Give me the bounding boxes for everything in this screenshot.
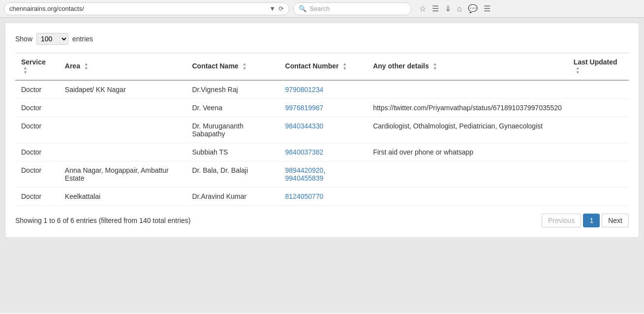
table-row: DoctorAnna Nagar, Mogappair, Ambattur Es…: [15, 161, 629, 188]
url-text: chennairains.org/contacts/: [9, 5, 267, 12]
sort-arrows-service: ▲▼: [23, 66, 28, 75]
cell-area: Keelkattalai: [59, 188, 186, 206]
url-bar[interactable]: chennairains.org/contacts/ ▼ ⟳: [4, 2, 289, 15]
col-last-updated[interactable]: Last Updated ▲▼: [568, 53, 629, 81]
search-icon: 🔍: [299, 5, 307, 12]
cell-area: [59, 117, 186, 143]
cell-other_details: [367, 161, 568, 188]
phone-link[interactable]: 9940455839: [285, 174, 324, 182]
cell-last_updated: [568, 99, 629, 117]
entries-label: entries: [72, 35, 93, 43]
cell-contact_number: 9840037382: [279, 143, 368, 161]
cell-area: [59, 99, 186, 117]
cell-service: Doctor: [15, 99, 59, 117]
pagination-buttons: Previous 1 Next: [542, 214, 629, 227]
col-other-details[interactable]: Any other details ▲▼: [367, 53, 568, 81]
table-header-row: Service ▲▼ Area ▲▼ Contact Name ▲▼ Conta…: [15, 53, 629, 81]
table-row: DoctorDr. Veena9976819987https://twitter…: [15, 99, 629, 117]
phone-link[interactable]: 9894420920: [285, 166, 324, 174]
col-contact-number[interactable]: Contact Number ▲▼: [279, 53, 368, 81]
cell-other_details: https://twitter.com/Priyamvathap/status/…: [367, 99, 568, 117]
cell-other_details: [367, 188, 568, 206]
cell-service: Doctor: [15, 80, 59, 99]
sort-arrows-other-details: ▲▼: [433, 62, 437, 71]
table-row: DoctorSaidapet/ KK NagarDr.Vignesh Raj97…: [15, 80, 629, 99]
sort-arrows-area: ▲▼: [84, 62, 89, 71]
show-entries-row: Show 100 25 50 entries: [15, 33, 629, 45]
col-contact-name[interactable]: Contact Name ▲▼: [186, 53, 279, 81]
pagination-area: Showing 1 to 6 of 6 entries (filtered fr…: [15, 214, 629, 227]
page-wrapper: Show 100 25 50 entries Service ▲▼ Area ▲…: [0, 18, 644, 313]
cell-contact_number: 8124050770: [279, 188, 368, 206]
home-icon[interactable]: ⌂: [457, 4, 462, 13]
table-row: DoctorDr. Murugananth Sabapathy984034433…: [15, 117, 629, 143]
search-bar[interactable]: 🔍 Search: [293, 2, 411, 15]
cell-service: Doctor: [15, 188, 59, 206]
cell-service: Doctor: [15, 117, 59, 143]
cell-other_details: First aid over phone or whatsapp: [367, 143, 568, 161]
cell-other_details: [367, 80, 568, 99]
cell-service: Doctor: [15, 143, 59, 161]
cell-contact_name: Dr. Murugananth Sabapathy: [186, 117, 279, 143]
table-body: DoctorSaidapet/ KK NagarDr.Vignesh Raj97…: [15, 80, 629, 206]
table-row: DoctorKeelkattalaiDr.Aravind Kumar812405…: [15, 188, 629, 206]
cell-last_updated: [568, 143, 629, 161]
download-icon[interactable]: ⇓: [445, 4, 451, 13]
sort-arrows-contact-number: ▲▼: [342, 62, 347, 71]
cell-last_updated: [568, 80, 629, 99]
cell-contact_number: 9894420920, 9940455839: [279, 161, 368, 188]
chat-icon[interactable]: 💬: [468, 4, 478, 13]
col-service[interactable]: Service ▲▼: [15, 53, 59, 81]
browser-icons: ☆ ☰ ⇓ ⌂ 💬 ☰: [419, 4, 491, 13]
show-label: Show: [15, 35, 32, 43]
cell-area: Saidapet/ KK Nagar: [59, 80, 186, 99]
cell-area: Anna Nagar, Mogappair, Ambattur Estate: [59, 161, 186, 188]
next-button[interactable]: Next: [602, 214, 629, 227]
page-1-button[interactable]: 1: [583, 214, 600, 227]
phone-link[interactable]: 8124050770: [285, 192, 324, 200]
cell-last_updated: [568, 161, 629, 188]
cell-contact_name: Dr.Vignesh Raj: [186, 80, 279, 99]
table-row: DoctorSubbiah TS9840037382First aid over…: [15, 143, 629, 161]
cell-contact_name: Dr. Veena: [186, 99, 279, 117]
cell-other_details: Cardiologist, Othalmologist, Pediatricia…: [367, 117, 568, 143]
menu-icon[interactable]: ☰: [484, 4, 491, 13]
bookmark-icon[interactable]: ☆: [419, 4, 426, 13]
showing-text: Showing 1 to 6 of 6 entries (filtered fr…: [15, 217, 190, 224]
cell-contact_name: Subbiah TS: [186, 143, 279, 161]
browser-bar: chennairains.org/contacts/ ▼ ⟳ 🔍 Search …: [0, 0, 644, 18]
phone-link[interactable]: 9840344330: [285, 122, 324, 130]
col-area[interactable]: Area ▲▼: [59, 53, 186, 81]
url-dropdown-icon[interactable]: ▼: [269, 5, 276, 12]
cell-service: Doctor: [15, 161, 59, 188]
search-placeholder: Search: [309, 5, 330, 12]
cell-contact_number: 9790801234: [279, 80, 368, 99]
cell-last_updated: [568, 117, 629, 143]
cell-last_updated: [568, 188, 629, 206]
cell-area: [59, 143, 186, 161]
sort-arrows-last-updated: ▲▼: [576, 66, 580, 75]
phone-link[interactable]: 9840037382: [285, 148, 324, 156]
phone-link[interactable]: 9976819987: [285, 104, 324, 112]
previous-button[interactable]: Previous: [542, 214, 581, 227]
cell-contact_name: Dr. Bala, Dr. Balaji: [186, 161, 279, 188]
content-box: Show 100 25 50 entries Service ▲▼ Area ▲…: [5, 23, 639, 238]
entries-select[interactable]: 100 25 50: [36, 33, 68, 45]
reader-icon[interactable]: ☰: [432, 4, 439, 13]
cell-contact_number: 9840344330: [279, 117, 368, 143]
reload-icon[interactable]: ⟳: [278, 5, 284, 12]
cell-contact_name: Dr.Aravind Kumar: [186, 188, 279, 206]
sort-arrows-contact-name: ▲▼: [243, 62, 247, 71]
cell-contact_number: 9976819987: [279, 99, 368, 117]
phone-link[interactable]: 9790801234: [285, 86, 324, 94]
contacts-table: Service ▲▼ Area ▲▼ Contact Name ▲▼ Conta…: [15, 53, 629, 206]
